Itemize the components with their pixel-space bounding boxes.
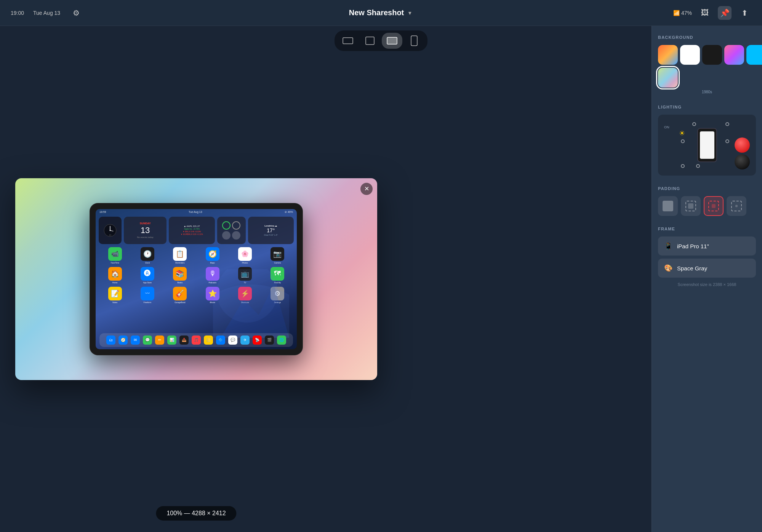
app-appstore: 🅐 App Store (133, 267, 162, 284)
dock-mail: ✉ (131, 335, 140, 345)
lighting-red-dot[interactable] (735, 137, 750, 153)
ipad-status-bar: 18:59 Tue Aug 13 ⊘ 49% (96, 209, 297, 215)
pin-button[interactable]: 📌 (718, 6, 732, 20)
screenshot-size: Screenshot size is 2388 × 1668 (658, 282, 756, 287)
lighting-black-dot[interactable] (735, 154, 750, 169)
ipad-screen: 18:59 Tue Aug 13 ⊘ 49% 13 (96, 209, 297, 349)
frame-selector: 📱 iPad Pro 11" 🎨 Space Gray (658, 236, 756, 278)
app-garageband: 🎸 GarageBand (165, 287, 195, 304)
app-maps: 🧭 Maps (198, 247, 227, 264)
svg-rect-3 (411, 36, 417, 46)
ipad-time: 18:59 (99, 211, 106, 213)
lighting-sun-icon[interactable]: ☀ (678, 129, 686, 137)
padding-options (658, 196, 756, 216)
padding-medium[interactable] (704, 196, 724, 216)
widget-stocks: ▲ AAPL 221.27 Apple Inc. +0.73% ▼ BRLX 5… (169, 217, 215, 244)
wifi-icon: 📶 (673, 10, 680, 16)
dock-mail2: 📥 (179, 335, 189, 345)
app-photos: 🌸 Photos (230, 247, 259, 264)
padding-none[interactable] (658, 196, 678, 216)
frame-device-icon: 📱 (664, 242, 672, 250)
title-dropdown-arrow[interactable]: ▾ (408, 10, 411, 16)
topbar-center: New Shareshot ▾ (349, 8, 411, 17)
gallery-button[interactable]: 🖼 (698, 6, 712, 20)
frame-device-label: iPad Pro 11" (677, 243, 709, 249)
lighting-on-label: ON (664, 125, 669, 129)
app-facetime: 📹 FaceTime (100, 247, 130, 264)
background-title: BACKGROUND (658, 35, 756, 40)
padding-small[interactable] (681, 196, 701, 216)
dock-slack: 💬 (228, 335, 237, 345)
project-title: New Shareshot (349, 8, 404, 17)
swatch-1980s-label: 1980s (658, 90, 756, 94)
topbar-right: 📶 47% 🖼 📌 ⬆ (673, 6, 751, 20)
lighting-dot-bl[interactable] (681, 164, 685, 168)
device-btn-iphone[interactable] (404, 33, 424, 49)
background-swatches (658, 45, 756, 65)
app-freeform: 〰 Freeform (133, 287, 162, 304)
swatch-gradient[interactable] (724, 45, 744, 65)
close-button[interactable]: ✕ (360, 183, 373, 195)
padding-section: PADDING (658, 186, 756, 216)
dock-files: 🗂 (106, 335, 115, 345)
padding-large[interactable] (727, 196, 746, 216)
swatch-1980s[interactable] (658, 68, 678, 88)
zoom-label: 100% — 4288 × 2412 (156, 506, 236, 521)
dock-youtube: 📡 (253, 335, 262, 345)
dock-pencil: ✏ (155, 335, 164, 345)
main-canvas: ✕ 18:59 Tue Aug 13 ⊘ 49% (0, 26, 392, 532)
app-notes: 📝 Notes (100, 287, 130, 304)
frame-section: FRAME 📱 iPad Pro 11" 🎨 Space Gray Screen… (658, 227, 756, 287)
ipad-dock: 🗂 🧭 ✉ 💬 ✏ 📊 📥 🎵 📒 🔷 💬 ✈ 📡 🎬 🌐 (99, 333, 293, 347)
swatch-black[interactable] (702, 45, 722, 65)
dock-sketchbook: 🔷 (216, 335, 225, 345)
background-section: BACKGROUND 1980s (658, 35, 756, 94)
preview-container: ✕ 18:59 Tue Aug 13 ⊘ 49% (15, 178, 377, 380)
app-reminders: 📋 Reminders (165, 247, 195, 264)
widget-calendar: SUNDAY 13 No events today (124, 217, 166, 244)
lighting-dot-tr[interactable] (725, 122, 729, 126)
dock-notes: 📒 (204, 335, 213, 345)
app-camera: 📷 Camera (263, 247, 292, 264)
settings-button[interactable]: ⚙ (69, 6, 83, 20)
dock-messages: 💬 (143, 335, 152, 345)
widget-clock: 13 (99, 217, 122, 244)
dock-browser: 🌐 (277, 335, 286, 345)
time-display: 19:00 (11, 10, 24, 16)
widget-utilities (217, 217, 246, 244)
dock-icons: 🎬 (265, 335, 274, 345)
dock-music: 🎵 (192, 335, 201, 345)
ipad-widgets: 13 SUNDAY 13 No events today ▲ AAPL 221.… (96, 215, 297, 246)
ipad-date: Tue Aug 13 (189, 211, 202, 213)
svg-text:13: 13 (109, 234, 111, 236)
frame-title: FRAME (658, 227, 756, 231)
dock-safari: 🧭 (118, 335, 128, 345)
app-clock: 🕐 Clock (133, 247, 162, 264)
lighting-section: LIGHTING ON ☀ (658, 105, 756, 176)
padding-title: PADDING (658, 186, 756, 191)
frame-color-option[interactable]: 🎨 Space Gray (658, 259, 756, 278)
right-panel: BACKGROUND 1980s LIGHTING ON ☀ (652, 26, 762, 532)
swatch-white[interactable] (680, 45, 700, 65)
ipad-signals: ⊘ 49% (285, 211, 293, 214)
topbar-left: 19:00 Tue Aug 13 ⚙ (11, 6, 87, 20)
lighting-dot-ml[interactable] (681, 139, 685, 143)
swatch-macos[interactable] (658, 45, 678, 65)
app-books: 📚 Books (165, 267, 195, 284)
frame-color-label: Space Gray (677, 265, 707, 272)
frame-device-option[interactable]: 📱 iPad Pro 11" (658, 236, 756, 256)
lighting-dot-bm[interactable] (696, 164, 700, 168)
share-button[interactable]: ⬆ (738, 6, 751, 20)
frame-color-icon: 🎨 (664, 264, 672, 272)
app-home: 🏠 Home (100, 267, 130, 284)
ipad-frame: 18:59 Tue Aug 13 ⊘ 49% 13 (90, 203, 303, 355)
lighting-grid: ON ☀ (658, 115, 756, 176)
lighting-dot-tl[interactable] (692, 122, 696, 126)
lighting-dot-mr[interactable] (725, 139, 729, 143)
widget-weather: Londrina ☁ 17° Clear H:22° L:8° (248, 217, 294, 244)
lighting-device-preview (697, 128, 717, 162)
swatch-cyan[interactable] (746, 45, 762, 65)
date-display: Tue Aug 13 (33, 10, 60, 16)
battery-display: 📶 47% (673, 10, 692, 16)
lighting-device-screen (700, 131, 714, 159)
